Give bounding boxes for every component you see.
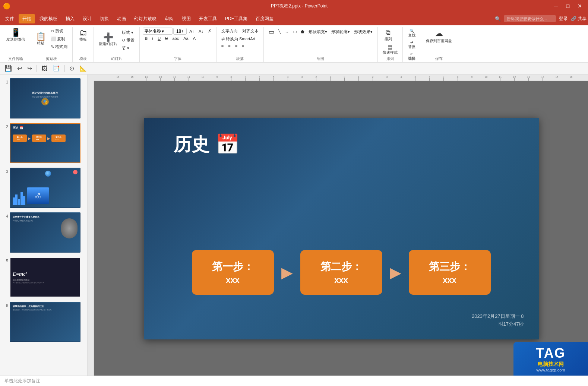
step-2-sub: xxx: [334, 275, 348, 285]
menu-insert[interactable]: 插入: [62, 14, 78, 23]
presentation-button[interactable]: ⊙: [68, 64, 76, 73]
slide-num-5: 5: [2, 259, 8, 263]
reset-button[interactable]: ↺ 重置: [120, 37, 136, 44]
format-painter-button[interactable]: ✎ 格式刷: [49, 43, 69, 50]
new-slide-button[interactable]: ➕ 新建幻灯片: [97, 32, 119, 48]
step-1-sub: xxx: [226, 275, 240, 285]
shape-more[interactable]: ⬟: [299, 29, 306, 35]
text-direction-button[interactable]: 文字方向: [219, 28, 240, 35]
paste-button[interactable]: 📋 粘贴: [33, 31, 48, 47]
step-box-1[interactable]: 第一步： xxx: [192, 250, 274, 295]
underline-button[interactable]: U: [156, 35, 162, 41]
replace-button[interactable]: ⇄替换: [406, 39, 418, 51]
align-text-button[interactable]: 对齐文本: [240, 28, 260, 35]
clear-format-button[interactable]: ✗: [206, 28, 213, 34]
highlight-button[interactable]: A: [191, 35, 197, 41]
align-left-button[interactable]: ≡: [219, 43, 225, 49]
shape-effects[interactable]: 形状效果▾: [352, 28, 374, 35]
increase-font-button[interactable]: A↑: [187, 28, 196, 34]
find-button[interactable]: 🔍查找: [406, 28, 418, 39]
slide-thumb-5[interactable]: 5 E=mc² 成功是对勤奋的奖励 天才是百分之一的灵感加上百分之九十九的汗水: [1, 256, 86, 298]
step-box-2[interactable]: 第二步： xxx: [300, 250, 382, 295]
section-button[interactable]: 节 ▾: [120, 45, 136, 52]
slide-title-area[interactable]: 历史 📅: [174, 133, 240, 156]
slide-panel: 1 历史记录中的名名事件 历史记录中的名名事件内容摘要 🎭 2 历史 📅 第一步…: [0, 75, 88, 376]
bold-button[interactable]: B: [143, 35, 149, 41]
print-button[interactable]: 📑: [51, 64, 61, 73]
copy-button[interactable]: ⬜ 复制: [49, 35, 69, 42]
svg-text:10: 10: [202, 76, 205, 78]
svg-text:14: 14: [541, 76, 544, 78]
font-name-selector[interactable]: 字体名称▾: [143, 28, 173, 35]
shape-rect[interactable]: ▭: [267, 28, 276, 36]
menu-view[interactable]: 视图: [178, 14, 195, 23]
shape-line[interactable]: ╲: [276, 29, 283, 35]
share-btn[interactable]: 🔗 共享: [571, 16, 587, 22]
slide-num-4: 4: [2, 214, 8, 218]
tag-logo-box: TAG 电脑技术网 www.tagxp.com: [513, 342, 588, 376]
window-controls[interactable]: ─ □ ✕: [551, 2, 585, 10]
menu-right: 🔍 登录 🔗 共享: [495, 15, 587, 22]
convert-smartart-button[interactable]: ⇄ 转换为 SmartArt: [219, 35, 257, 42]
strikethrough-button[interactable]: S: [163, 35, 170, 41]
svg-text:13: 13: [527, 76, 530, 78]
slide-num-2: 2: [2, 124, 8, 129]
slide-thumb-6[interactable]: 6 读事件的启示，成为特例的过去 述说有启示，成为特例的过去这样经历成了别人的一…: [1, 301, 86, 343]
menu-design[interactable]: 设计: [79, 14, 95, 23]
layout-button[interactable]: 版式 ▾: [120, 29, 136, 36]
menu-review[interactable]: 审阅: [161, 14, 177, 23]
step-box-3[interactable]: 第三步： xxx: [409, 250, 491, 295]
undo-button[interactable]: ↩: [16, 64, 23, 73]
font-color-button[interactable]: Aa: [181, 35, 190, 41]
menu-pdf[interactable]: PDF工具集: [221, 14, 251, 23]
notes-bar[interactable]: 单击此处添加备注: [0, 376, 588, 386]
ribbon-group-edit: 🔍查找 ⇄替换 ☞选择 编辑: [403, 27, 421, 62]
menu-dev[interactable]: 开发工具: [195, 14, 221, 23]
slide-thumb-2[interactable]: 2 历史 📅 第一步:xxx ▶ 第二步:xxx ▶ 第三步:xxx: [1, 122, 86, 164]
close-button[interactable]: ✕: [575, 2, 585, 10]
current-slide[interactable]: 历史 📅 第一步： xxx ▶ 第二步：: [144, 118, 539, 339]
font-size-input[interactable]: [173, 28, 187, 35]
slide-thumb-4[interactable]: 4 历史事件中的重要人物姓名 对应的人物及其贡献介绍: [1, 212, 86, 253]
align-center-button[interactable]: ≡: [226, 43, 232, 49]
search-input[interactable]: [504, 15, 556, 22]
slide-thumb-3[interactable]: 3 🏖: [1, 167, 86, 209]
shadow-button[interactable]: abc: [170, 35, 181, 41]
menu-baidu[interactable]: 百度网盘: [252, 14, 277, 23]
ribbon-label-arrange: 排列: [378, 56, 402, 61]
arrange-button[interactable]: ⧉ 排列: [381, 28, 396, 43]
menu-transition[interactable]: 切换: [96, 14, 113, 23]
redo-button[interactable]: ↪: [26, 64, 34, 73]
menu-template[interactable]: 我的模板: [36, 14, 61, 23]
shape-outline[interactable]: 形状轮廓▾: [329, 28, 352, 35]
justify-button[interactable]: ≡: [240, 43, 246, 49]
login-btn[interactable]: 登录: [559, 16, 568, 22]
italic-button[interactable]: I: [150, 35, 155, 41]
minimize-button[interactable]: ─: [551, 2, 561, 10]
save-button[interactable]: 💾: [3, 64, 13, 73]
save-baidu-button[interactable]: ☁ 保存到百度网盘: [424, 28, 454, 45]
template-button[interactable]: 🗂 模板: [76, 28, 91, 43]
menu-home[interactable]: 开始: [19, 14, 35, 23]
menu-slideshow[interactable]: 幻灯片放映: [130, 14, 160, 23]
menu-animation[interactable]: 动画: [113, 14, 130, 23]
slide-thumb-1[interactable]: 1 历史记录中的名名事件 历史记录中的名名事件内容摘要 🎭: [1, 77, 86, 119]
slideshow-button[interactable]: 🖼: [40, 64, 49, 73]
maximize-button[interactable]: □: [563, 2, 573, 10]
slide-canvas[interactable]: 历史 📅 第一步： xxx ▶ 第二步：: [94, 81, 588, 376]
ribbon-group-save: ☁ 保存到百度网盘 保存: [421, 27, 457, 62]
ruler-vertical: [88, 81, 94, 376]
ribbon-group-arrange: ⧉ 排列 ▤ 快速样式 排列: [378, 27, 403, 62]
shape-circle[interactable]: ⬭: [291, 29, 298, 35]
svg-text:2: 2: [372, 76, 374, 78]
customize-qa-button[interactable]: 📐: [78, 64, 88, 73]
quick-styles-button[interactable]: ▤ 快速样式: [381, 43, 399, 56]
align-right-button[interactable]: ≡: [233, 43, 239, 49]
send-wechat-button[interactable]: 📱 发送到微信: [4, 28, 27, 43]
decrease-font-button[interactable]: A↓: [197, 28, 205, 34]
step-3-sub: xxx: [443, 275, 456, 285]
menu-file[interactable]: 文件: [1, 14, 18, 23]
shape-fill[interactable]: 形状填充▾: [307, 28, 329, 35]
cut-button[interactable]: ✂ 剪切: [49, 28, 69, 35]
shape-arrow[interactable]: →: [283, 29, 291, 35]
